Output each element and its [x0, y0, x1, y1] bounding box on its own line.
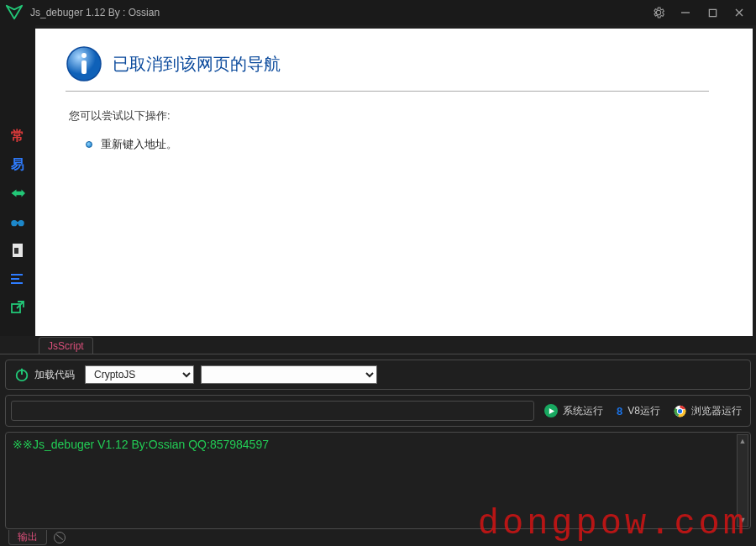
- scrollbar[interactable]: ▲ ▼: [737, 434, 748, 527]
- system-run-label: 系统运行: [563, 404, 603, 418]
- tab-bar: JsScript: [0, 336, 756, 354]
- titlebar: Js_debuger 1.12 By : Ossian: [0, 0, 756, 25]
- power-icon: [14, 367, 29, 382]
- app-logo-icon: [5, 3, 24, 22]
- lines-icon: [11, 273, 24, 285]
- page-subtext: 您可以尝试以下操作:: [69, 108, 722, 123]
- gear-icon: [652, 6, 665, 19]
- load-code-button[interactable]: 加载代码: [11, 365, 78, 384]
- browser-page: 已取消到该网页的导航 您可以尝试以下操作: 重新键入地址。: [35, 29, 753, 336]
- play-icon: [544, 404, 558, 417]
- char-icon: 易: [11, 156, 24, 174]
- sidebar: 常 易: [0, 25, 35, 336]
- window-title: Js_debuger 1.12 By : Ossian: [30, 7, 160, 18]
- external-link-icon: [11, 301, 24, 314]
- output-line: ※※Js_debuger V1.12 By:Ossian QQ:85798459…: [13, 438, 735, 451]
- browser-run-button[interactable]: 浏览器运行: [670, 402, 745, 420]
- v8-run-button[interactable]: 8 V8运行: [613, 402, 664, 420]
- svg-rect-1: [709, 9, 716, 16]
- svg-rect-13: [81, 60, 87, 74]
- sidebar-button-6[interactable]: [8, 269, 28, 289]
- output-panel: ※※Js_debuger V1.12 By:Ossian QQ:85798459…: [5, 432, 751, 529]
- close-icon: [734, 8, 744, 18]
- char-icon: 常: [11, 128, 24, 145]
- bullet-icon: [86, 141, 92, 148]
- binoculars-icon: [10, 216, 25, 228]
- sidebar-button-4[interactable]: [8, 212, 28, 232]
- tab-output[interactable]: 输出: [8, 530, 47, 545]
- load-panel: 加载代码 CryptoJS: [5, 360, 751, 390]
- browser-run-label: 浏览器运行: [691, 404, 742, 418]
- bottom-tab-bar: 输出: [0, 529, 756, 546]
- close-button[interactable]: [727, 3, 751, 23]
- svg-rect-4: [16, 222, 20, 223]
- info-icon: [66, 45, 102, 82]
- content-area: 已取消到该网页的导航 您可以尝试以下操作: 重新键入地址。: [35, 25, 756, 336]
- divider: [66, 91, 709, 92]
- forward-icon: [10, 187, 25, 199]
- v8-icon: 8: [617, 405, 622, 417]
- minimize-button[interactable]: [674, 3, 697, 23]
- page-heading: 已取消到该网页的导航: [113, 53, 281, 76]
- clear-button[interactable]: [54, 532, 66, 543]
- maximize-icon: [708, 8, 717, 18]
- command-input[interactable]: [11, 401, 534, 421]
- sidebar-button-1[interactable]: 常: [8, 126, 28, 146]
- suggestion-item: 重新键入地址。: [86, 137, 722, 152]
- sidebar-button-5[interactable]: [8, 240, 28, 260]
- system-run-button[interactable]: 系统运行: [541, 402, 606, 420]
- run-panel: 系统运行 8 V8运行 浏览器运行: [5, 395, 751, 427]
- maximize-button[interactable]: [701, 3, 724, 23]
- scroll-down-icon: ▼: [738, 514, 748, 526]
- scroll-up-icon: ▲: [738, 435, 748, 447]
- sidebar-button-7[interactable]: [8, 297, 28, 318]
- svg-point-12: [81, 53, 87, 58]
- sidebar-button-2[interactable]: 易: [8, 155, 28, 175]
- v8-run-label: V8运行: [627, 404, 660, 418]
- document-icon: [13, 244, 23, 257]
- tab-jsscript[interactable]: JsScript: [39, 337, 93, 354]
- sidebar-button-3[interactable]: [8, 183, 28, 203]
- suggestion-text: 重新键入地址。: [101, 137, 177, 152]
- svg-rect-6: [14, 248, 18, 254]
- load-code-label: 加载代码: [34, 368, 75, 382]
- chrome-icon: [674, 405, 686, 417]
- secondary-select[interactable]: [201, 365, 377, 384]
- svg-point-17: [677, 408, 682, 413]
- minimize-icon: [680, 8, 690, 18]
- settings-button[interactable]: [647, 3, 670, 23]
- main-row: 常 易 已取消到该网页的导航 您可以尝试以下操作: 重新键入地址。: [0, 25, 756, 336]
- library-select[interactable]: CryptoJS: [85, 365, 194, 384]
